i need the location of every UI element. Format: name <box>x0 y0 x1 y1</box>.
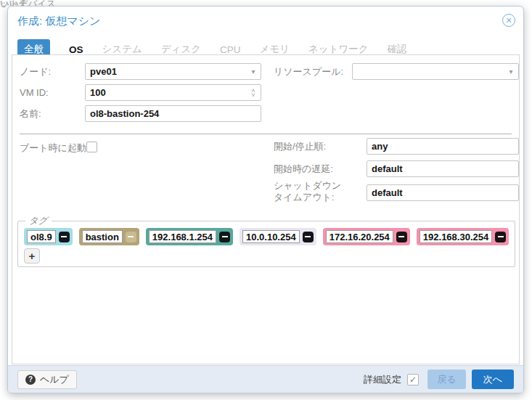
advanced-label: 詳細設定 <box>364 373 401 386</box>
add-tag-button[interactable]: + <box>24 248 40 264</box>
name-field[interactable] <box>85 105 261 122</box>
tags-legend: タグ <box>25 215 52 227</box>
chevron-down-icon[interactable]: ▾ <box>504 64 518 79</box>
tab-cpu: CPU <box>220 44 241 55</box>
startup-delay-field[interactable] <box>367 160 519 177</box>
node-label: ノード: <box>20 63 51 80</box>
shutdown-timeout-field[interactable] <box>367 184 519 201</box>
start-at-boot-label: ブート時に起動: <box>20 139 89 156</box>
tags-fieldset: タグ ol8.9 bastion 192.168.1.254 10.0.10.2… <box>17 221 515 267</box>
tag-chip: 192.168.1.254 <box>146 228 233 245</box>
next-button[interactable]: 次へ <box>472 370 514 389</box>
footer-actions: 詳細設定 ✓ 戻る 次へ <box>364 370 514 389</box>
vmid-label: VM ID: <box>20 84 49 101</box>
remove-tag-icon[interactable] <box>495 232 506 242</box>
tag-chip: 10.0.10.254 <box>240 228 316 245</box>
close-icon[interactable]: ✕ <box>502 14 515 27</box>
tag-text-input[interactable]: 10.0.10.254 <box>242 230 300 243</box>
vmid-spinner[interactable]: ˄˅ <box>85 84 261 101</box>
tag-text-input[interactable]: 192.168.30.254 <box>420 230 492 243</box>
section-divider <box>20 134 512 134</box>
tag-chip: 172.16.20.254 <box>323 228 410 245</box>
general-tab-panel: ノード: ▾ リソースプール: ▾ VM ID: ˄˅ 名前: ブート時に起動:… <box>12 54 520 364</box>
chevron-down-icon[interactable]: ▾ <box>246 64 261 79</box>
remove-tag-icon[interactable] <box>59 232 70 242</box>
startup-order-input[interactable] <box>367 141 518 152</box>
remove-tag-icon[interactable] <box>126 232 136 242</box>
resource-pool-input[interactable] <box>353 66 504 77</box>
startup-order-field[interactable] <box>367 138 519 155</box>
spinner-arrows-icon[interactable]: ˄˅ <box>246 85 261 100</box>
startup-delay-input[interactable] <box>367 163 518 174</box>
help-button[interactable]: ? ヘルプ <box>17 370 77 389</box>
dialog-header: 作成: 仮想マシン ✕ <box>8 7 523 34</box>
tag-chip-list: ol8.9 bastion 192.168.1.254 10.0.10.254 … <box>24 228 509 245</box>
resource-pool-label: リソースプール: <box>274 63 343 80</box>
help-button-label: ヘルプ <box>40 373 69 386</box>
tag-chip: ol8.9 <box>24 228 73 245</box>
node-input[interactable] <box>86 66 246 77</box>
tab-os[interactable]: OS <box>69 44 83 55</box>
remove-tag-icon[interactable] <box>396 232 407 242</box>
create-vm-dialog: 作成: 仮想マシン ✕ 全般 OS システム ディスク CPU メモリ ネットワ… <box>7 6 524 393</box>
tag-chip: 192.168.30.254 <box>417 228 509 245</box>
remove-tag-icon[interactable] <box>219 232 230 242</box>
tag-text-input[interactable]: ol8.9 <box>27 230 56 243</box>
remove-tag-icon[interactable] <box>303 232 314 242</box>
question-circle-icon: ? <box>25 375 36 385</box>
resource-pool-combobox[interactable]: ▾ <box>352 63 519 80</box>
advanced-checkbox[interactable]: ✓ <box>407 374 419 385</box>
shutdown-timeout-label: シャットダウンタイムアウト: <box>274 180 349 203</box>
dialog-title: 作成: 仮想マシン <box>17 15 100 28</box>
startup-delay-label: 開始時の遅延: <box>274 160 333 177</box>
node-combobox[interactable]: ▾ <box>85 63 261 80</box>
name-label: 名前: <box>20 105 41 122</box>
tag-text-input[interactable]: 192.168.1.254 <box>149 230 216 243</box>
name-input[interactable] <box>86 108 261 119</box>
shutdown-timeout-input[interactable] <box>367 187 518 198</box>
dialog-footer: ? ヘルプ 詳細設定 ✓ 戻る 次へ <box>8 365 523 393</box>
tag-chip: bastion <box>79 228 139 245</box>
vmid-input[interactable] <box>86 87 246 98</box>
tag-text-input[interactable]: 172.16.20.254 <box>326 230 393 243</box>
tag-text-input[interactable]: bastion <box>82 230 123 243</box>
back-button[interactable]: 戻る <box>427 370 466 389</box>
start-at-boot-checkbox[interactable] <box>86 142 97 152</box>
startup-order-label: 開始/停止順: <box>274 138 326 155</box>
